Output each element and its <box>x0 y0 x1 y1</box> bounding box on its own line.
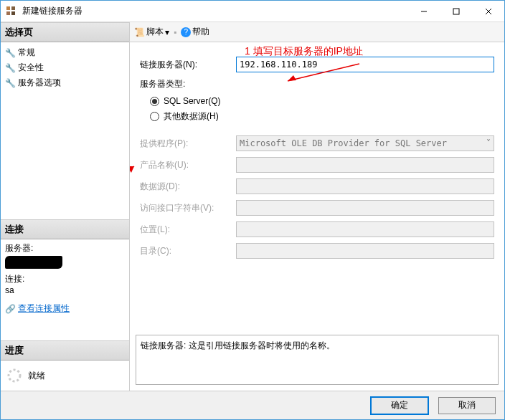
nav-label: 服务器选项 <box>18 77 61 89</box>
nav-label: 安全性 <box>18 62 44 74</box>
toolbar-separator: ▪ <box>174 27 176 37</box>
provider-label: 提供程序(P): <box>136 138 236 150</box>
wrench-icon: 🔧 <box>5 78 15 88</box>
progress-ring-icon <box>6 368 22 383</box>
description-text: 链接服务器: 这是引用链接服务器时将使用的名称。 <box>141 340 335 350</box>
annotation-arrow-1 <box>280 62 367 84</box>
window-title: 新建链接服务器 <box>22 5 407 17</box>
annotation-1: 1 填写目标服务器的IP地址 <box>245 45 363 58</box>
help-icon: ? <box>181 27 191 37</box>
radio-icon <box>150 112 159 121</box>
conn-label: 连接: <box>5 273 125 285</box>
connection-header: 连接 <box>1 219 129 239</box>
linked-server-label: 链接服务器(N): <box>136 59 236 71</box>
right-panel: 📜 脚本 ▾ ▪ ? 帮助 1 填写目标服务器的IP地址 链接服务器(N): <box>130 22 504 391</box>
description-box: 链接服务器: 这是引用链接服务器时将使用的名称。 <box>136 335 499 385</box>
nav-label: 常规 <box>18 47 35 59</box>
progress-status: 就绪 <box>28 370 45 382</box>
datasource-input <box>236 178 494 194</box>
dropdown-arrow-icon: ▾ <box>165 27 169 37</box>
product-label: 产品名称(U): <box>136 159 236 171</box>
script-label: 脚本 <box>146 26 164 38</box>
left-panel: 选择页 🔧 常规 🔧 安全性 🔧 服务器选项 连接 服务器: <box>1 22 130 391</box>
script-button[interactable]: 📜 脚本 ▾ <box>134 26 169 38</box>
main-form: 1 填写目标服务器的IP地址 链接服务器(N): 服务器类型: 2 <box>130 42 504 391</box>
radio-sql-server[interactable]: SQL Server(Q) <box>136 96 499 106</box>
nav-security[interactable]: 🔧 安全性 <box>5 60 125 75</box>
app-icon <box>5 5 18 18</box>
toolbar: 📜 脚本 ▾ ▪ ? 帮助 <box>130 22 504 42</box>
svg-marker-12 <box>130 166 134 173</box>
minimize-button[interactable] <box>407 1 440 22</box>
wrench-icon: 🔧 <box>5 48 15 58</box>
radio-sql-label: SQL Server(Q) <box>164 96 221 106</box>
dialog-window: 新建链接服务器 选择页 🔧 常规 🔧 安全性 🔧 服务器选项 <box>0 0 505 420</box>
cancel-button[interactable]: 取消 <box>438 397 496 414</box>
radio-other-source[interactable]: 其他数据源(H) <box>136 110 499 123</box>
nav-general[interactable]: 🔧 常规 <box>5 45 125 60</box>
ok-button[interactable]: 确定 <box>371 397 428 414</box>
accessconn-input <box>236 200 494 216</box>
maximize-button[interactable] <box>440 1 472 22</box>
accessconn-label: 访问接口字符串(V): <box>136 202 236 214</box>
nav-server-options[interactable]: 🔧 服务器选项 <box>5 75 125 90</box>
svg-line-9 <box>288 64 359 81</box>
svg-rect-1 <box>11 6 15 10</box>
svg-rect-0 <box>6 6 10 10</box>
catalog-label: 目录(C): <box>136 245 236 257</box>
radio-other-label: 其他数据源(H) <box>164 110 219 123</box>
server-type-label: 服务器类型: <box>136 78 236 90</box>
svg-rect-3 <box>11 11 15 15</box>
link-icon: 🔗 <box>5 304 15 314</box>
conn-value: sa <box>5 285 125 295</box>
svg-marker-10 <box>288 75 296 81</box>
product-input <box>236 157 494 173</box>
server-label: 服务器: <box>5 242 125 254</box>
datasource-label: 数据源(D): <box>136 181 236 193</box>
annotation-arrow-2 <box>130 161 143 196</box>
dialog-footer: 确定 取消 <box>1 391 504 419</box>
close-button[interactable] <box>472 1 504 22</box>
chevron-down-icon: ˅ <box>486 138 491 148</box>
provider-value: Microsoft OLE DB Provider for SQL Server <box>240 138 447 148</box>
radio-icon <box>150 97 159 106</box>
location-label: 位置(L): <box>136 224 236 236</box>
svg-rect-5 <box>453 9 459 14</box>
provider-combo: Microsoft OLE DB Provider for SQL Server… <box>236 135 494 151</box>
select-page-header: 选择页 <box>1 22 129 42</box>
location-input <box>236 221 494 237</box>
view-props-link[interactable]: 查看连接属性 <box>18 302 70 315</box>
svg-point-8 <box>9 370 20 381</box>
wrench-icon: 🔧 <box>5 63 15 73</box>
view-connection-props[interactable]: 🔗 查看连接属性 <box>5 301 125 316</box>
script-icon: 📜 <box>134 27 145 37</box>
titlebar[interactable]: 新建链接服务器 <box>1 1 504 22</box>
help-label: 帮助 <box>192 26 209 38</box>
server-value-redacted <box>5 256 62 269</box>
svg-rect-2 <box>6 11 10 15</box>
catalog-input <box>236 243 494 259</box>
progress-header: 进度 <box>1 340 129 361</box>
help-button[interactable]: ? 帮助 <box>181 26 209 38</box>
